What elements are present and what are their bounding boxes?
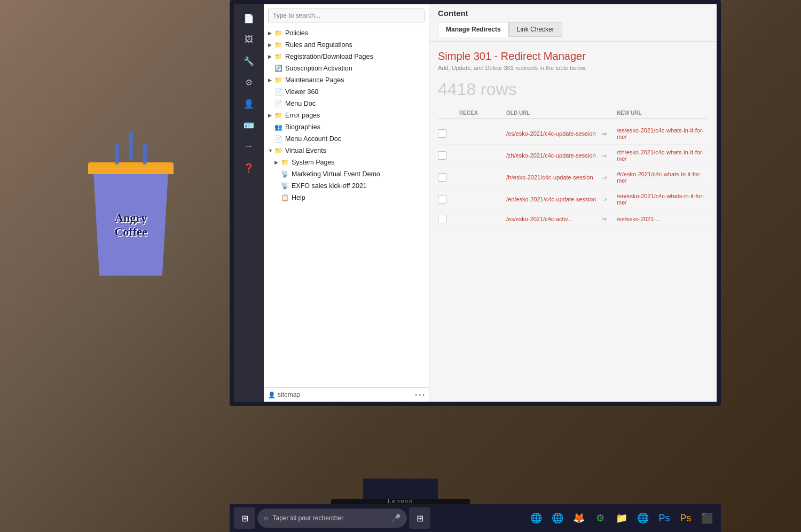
tree-item-registration[interactable]: ▶ 📁 Registration/Download Pages	[264, 51, 429, 62]
sidebar-icon-settings[interactable]: ⚙	[239, 73, 258, 92]
row-checkbox-4[interactable]	[438, 195, 446, 204]
col-checkbox	[438, 110, 455, 116]
tab-link-checker[interactable]: Link Checker	[509, 22, 562, 37]
sidebar-icon-image[interactable]: 🖼	[239, 30, 258, 49]
steam-line-3	[143, 143, 147, 165]
sidebar-icon-arrow[interactable]: →	[239, 137, 258, 156]
doc-icon-viewer360: 📄	[274, 88, 282, 96]
row-checkbox-3[interactable]	[438, 173, 446, 182]
col-new-url: NEW URL	[617, 110, 708, 116]
windows-start-button[interactable]: ⊞	[234, 507, 255, 529]
row-old-url-3: /fr/esko-2021/c4c-update-session	[506, 174, 598, 181]
taskbar-apps: 🌐 🌐 🦊 ⚙ 📁 🌐 Ps Ps ⬛	[527, 508, 717, 528]
row-new-url-2: /zh/esko-2021/c4c-whats-in-it-for-me/	[617, 149, 708, 162]
monitor-stand	[363, 479, 438, 500]
sidebar-icon-wrench[interactable]: 🔧	[239, 51, 258, 71]
taskbar-app-firefox[interactable]: 🦊	[569, 508, 588, 528]
folder-icon-policies: 📁	[274, 29, 282, 37]
sidebar-icon-id-card[interactable]: 🪪	[239, 115, 258, 135]
table-row: /es/esko-2021/c4c-activ... ⇒ /es/esko-20…	[438, 210, 708, 228]
tree-item-biographies[interactable]: 👥 Biographies	[264, 121, 429, 133]
folder-icon-registration: 📁	[274, 53, 282, 60]
tree-item-exfosales[interactable]: 📡 EXFO sales kick-off 2021	[264, 180, 429, 192]
taskbar-search-text: Taper ici pour rechercher	[272, 514, 343, 522]
tree-label-subscription: Subscription Activation	[285, 65, 352, 72]
taskbar-app-ie[interactable]: 🌐	[527, 508, 546, 528]
table-row: /en/esko-2021/c4c-update-session ⇒ /en/e…	[438, 189, 708, 210]
cms-search-container	[264, 4, 429, 27]
tree-label-maintenance: Maintenance Pages	[285, 76, 344, 84]
sidebar-icon-help[interactable]: ❓	[239, 158, 258, 177]
tree-item-policies[interactable]: ▶ 📁 Policies	[264, 27, 429, 39]
search-input[interactable]	[268, 9, 425, 22]
content-panel: Content Manage Redirects Link Checker Si…	[429, 4, 717, 402]
steam-line-2	[129, 131, 133, 160]
tree-item-marketingvirtual[interactable]: 📡 Marketing Virtual Event Demo	[264, 168, 429, 180]
tree-label-virtualevents: Virtual Events	[285, 147, 326, 154]
tree-label-biographies: Biographies	[285, 123, 320, 131]
cup-lid	[88, 162, 174, 174]
clipboard-icon-help: 📋	[281, 194, 289, 201]
folder-icon-systempages: 📁	[281, 159, 289, 166]
taskbar-app-network[interactable]: 🌐	[633, 508, 653, 528]
tree-label-help: Help	[292, 194, 305, 201]
content-header: Content Manage Redirects Link Checker	[429, 4, 717, 42]
rows-count: 4418 rows	[438, 80, 708, 99]
taskbar-view-button[interactable]: ⊞	[409, 507, 430, 529]
col-regex: REGEX	[459, 110, 502, 116]
col-arrow	[602, 110, 612, 116]
tabs-row: Manage Redirects Link Checker	[438, 22, 708, 37]
tree-label-viewer360: Viewer 360	[285, 88, 318, 96]
tree-item-help[interactable]: 📋 Help	[264, 192, 429, 204]
row-new-url-1: /es/esko-2021/c4c-whats-in-it-for-me/	[617, 127, 708, 140]
tree-label-marketingvirtual: Marketing Virtual Event Demo	[292, 170, 380, 178]
folder-icon-maintenance: 📁	[274, 76, 282, 84]
redirect-manager-title: Simple 301 - Redirect Manager	[438, 50, 708, 62]
tree-label-menudoc: Menu Doc	[285, 100, 316, 107]
tree-label-rules: Rules and Regulations	[285, 41, 352, 49]
sidebar-icon-user[interactable]: 👤	[239, 94, 258, 113]
cms-footer: 👤 sitemap • • •	[264, 387, 429, 402]
tree-item-menudoc[interactable]: 📄 Menu Doc	[264, 98, 429, 109]
table-row: /zh/esko-2021/c4c-update-session ⇒ /zh/e…	[438, 145, 708, 167]
tree-item-menuaccountdoc[interactable]: 📄 Menu Account Doc	[264, 133, 429, 145]
cup-text: Angry Coffee	[114, 211, 147, 239]
taskbar-app-more[interactable]: ⬛	[697, 508, 717, 528]
taskbar-app-ps2[interactable]: Ps	[676, 508, 695, 528]
steam-line-1	[115, 143, 119, 165]
tree-item-errorpages[interactable]: ▶ 📁 Error pages	[264, 109, 429, 121]
tree-item-viewer360[interactable]: 📄 Viewer 360	[264, 86, 429, 98]
taskbar-app-chrome[interactable]: ⚙	[591, 508, 610, 528]
taskbar-search[interactable]: ○ Taper ici pour rechercher 🎤	[257, 508, 407, 528]
monitor: 📄 🖼 🔧 ⚙ 👤 🪪 → ❓ ▶ 📁 Policies ▶	[230, 0, 721, 406]
mic-icon[interactable]: 🎤	[391, 514, 400, 522]
taskbar-app-files[interactable]: 📁	[612, 508, 631, 528]
row-checkbox-2[interactable]	[438, 151, 446, 160]
row-old-url-2: /zh/esko-2021/c4c-update-session	[506, 152, 598, 159]
tab-manage-redirects[interactable]: Manage Redirects	[438, 22, 509, 37]
tree-arrow-registration: ▶	[268, 54, 274, 59]
row-checkbox-1[interactable]	[438, 129, 446, 138]
tree-item-maintenance[interactable]: ▶ 📁 Maintenance Pages	[264, 74, 429, 86]
footer-sitemap[interactable]: 👤 sitemap	[268, 391, 300, 398]
tree-item-rules[interactable]: ▶ 📁 Rules and Regulations	[264, 39, 429, 51]
tree-label-errorpages: Error pages	[285, 112, 320, 119]
tree-label-registration: Registration/Download Pages	[285, 53, 373, 60]
tree-arrow-maintenance: ▶	[268, 77, 274, 83]
row-old-url-5: /es/esko-2021/c4c-activ...	[506, 216, 598, 222]
folder-icon-errorpages: 📁	[274, 112, 282, 119]
col-old-url: OLD URL	[506, 110, 598, 116]
tree-item-virtualevents[interactable]: ▼ 📁 Virtual Events	[264, 145, 429, 157]
taskbar-app-edge[interactable]: 🌐	[548, 508, 567, 528]
taskbar-app-ps[interactable]: Ps	[655, 508, 674, 528]
tree-label-menuaccountdoc: Menu Account Doc	[285, 135, 341, 143]
tree-item-systempages[interactable]: ▶ 📁 System Pages	[264, 157, 429, 168]
tree-item-subscription[interactable]: 🔄 Subscription Activation	[264, 62, 429, 74]
sidebar-icon-document[interactable]: 📄	[239, 9, 258, 28]
tree-arrow-policies: ▶	[268, 30, 274, 36]
row-old-url-4: /en/esko-2021/c4c-update-session	[506, 196, 598, 202]
tree-arrow-virtualevents: ▼	[268, 148, 274, 153]
row-old-url-1: /es/esko-2021/c4c-update-session	[506, 130, 598, 137]
row-checkbox-5[interactable]	[438, 215, 446, 223]
row-new-url-3: /fr/esko-2021/c4c-whats-in-it-for-me/	[617, 171, 708, 184]
